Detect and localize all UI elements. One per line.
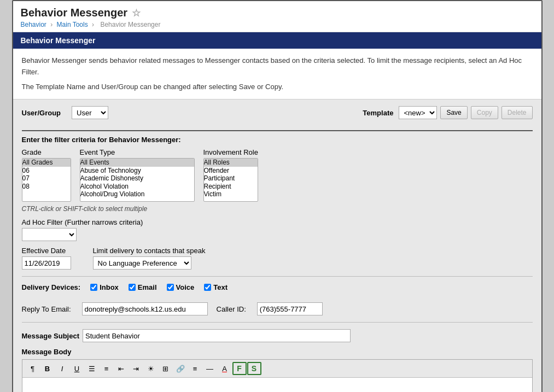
info-line1: Behavior Messenger sends behavior relate… bbox=[22, 55, 533, 78]
toolbar-hr-btn[interactable]: — bbox=[203, 362, 217, 375]
event-type-select[interactable]: All Events Abuse of Technology Academic … bbox=[80, 158, 195, 202]
editor-body-area[interactable] bbox=[22, 378, 532, 392]
toolbar-italic-btn[interactable]: I bbox=[55, 362, 69, 375]
toolbar-align-btn[interactable]: ≡ bbox=[188, 362, 202, 375]
toolbar-spellcheck-btn[interactable]: S bbox=[247, 362, 261, 375]
toolbar-indent-btn[interactable]: ⇥ bbox=[129, 362, 143, 375]
grade-select[interactable]: All Grades 06 07 08 bbox=[22, 158, 71, 202]
adhoc-filter-select[interactable] bbox=[22, 228, 77, 241]
text-checkbox[interactable] bbox=[204, 284, 211, 291]
template-select[interactable]: <new> bbox=[399, 106, 437, 119]
message-subject-row: Message Subject bbox=[22, 329, 533, 342]
editor-toolbar: ¶ B I U ☰ ≡ ⇤ ⇥ ☀ ⊞ 🔗 ≡ — A F S bbox=[22, 360, 532, 378]
involvement-role-select[interactable]: All Roles Offender Participant Recipient… bbox=[203, 158, 258, 202]
form-area: User/Group User Group Template <new> Sav… bbox=[13, 100, 541, 392]
caller-id-input[interactable] bbox=[257, 302, 323, 315]
message-subject-label: Message Subject bbox=[22, 332, 80, 340]
reply-caller-row: Reply To Email: Caller ID: bbox=[22, 302, 533, 323]
toolbar-font-color-btn[interactable]: A bbox=[218, 362, 232, 375]
effective-date-label: Effective Date bbox=[22, 247, 71, 255]
title-bar: Behavior Messenger ☆ Behavior › Main Too… bbox=[13, 1, 541, 32]
toolbar-link-btn[interactable]: 🔗 bbox=[173, 362, 188, 375]
adhoc-filter-label: Ad Hoc Filter (Further narrows criteria) bbox=[22, 218, 533, 226]
template-label: Template bbox=[363, 109, 393, 117]
toolbar-paragraph-btn[interactable]: ¶ bbox=[26, 362, 40, 375]
breadcrumb-behavior[interactable]: Behavior bbox=[21, 21, 46, 28]
user-group-label: User/Group bbox=[22, 109, 61, 117]
toolbar-outdent-btn[interactable]: ⇤ bbox=[114, 362, 129, 375]
language-col: Limit delivery to contacts that speak No… bbox=[93, 247, 206, 270]
user-template-row: User/Group User Group Template <new> Sav… bbox=[22, 106, 533, 125]
inbox-checkbox[interactable] bbox=[90, 284, 97, 291]
language-select[interactable]: No Language Preference English Spanish F… bbox=[93, 256, 191, 270]
grade-label: Grade bbox=[22, 148, 71, 156]
info-box: Behavior Messenger sends behavior relate… bbox=[13, 49, 541, 100]
breadcrumb-main-tools[interactable]: Main Tools bbox=[57, 21, 88, 28]
breadcrumb-current: Behavior Messenger bbox=[100, 21, 160, 28]
grade-col: Grade All Grades 06 07 08 bbox=[22, 148, 71, 202]
user-group-select[interactable]: User Group bbox=[72, 106, 108, 119]
delivery-devices-row: Delivery Devices: Inbox Email Voice Text bbox=[22, 283, 533, 297]
voice-checkbox[interactable] bbox=[167, 284, 174, 291]
involvement-role-col: Involvement Role All Roles Offender Part… bbox=[203, 148, 258, 202]
effective-date-col: Effective Date bbox=[22, 247, 71, 270]
criteria-columns: Grade All Grades 06 07 08 Event Type All… bbox=[22, 148, 533, 202]
delivery-devices-label: Delivery Devices: bbox=[22, 283, 81, 291]
divider1 bbox=[22, 130, 533, 131]
event-type-col: Event Type All Events Abuse of Technolog… bbox=[80, 148, 195, 202]
language-label: Limit delivery to contacts that speak bbox=[93, 247, 206, 255]
toolbar-underline-btn[interactable]: U bbox=[70, 362, 84, 375]
copy-button[interactable]: Copy bbox=[471, 106, 498, 119]
save-button[interactable]: Save bbox=[440, 106, 467, 119]
info-line2: The Template Name and User/Group can be … bbox=[22, 81, 533, 93]
message-subject-input[interactable] bbox=[83, 329, 351, 342]
toolbar-image-btn[interactable]: ☀ bbox=[144, 362, 158, 375]
toolbar-field-chooser-btn[interactable]: F bbox=[232, 362, 247, 375]
breadcrumb: Behavior › Main Tools › Behavior Messeng… bbox=[21, 21, 534, 28]
effective-date-input[interactable] bbox=[22, 256, 71, 270]
page-title: Behavior Messenger ☆ bbox=[21, 7, 534, 19]
toolbar-bold-btn[interactable]: B bbox=[40, 362, 55, 375]
adhoc-filter-row: Ad Hoc Filter (Further narrows criteria) bbox=[22, 218, 533, 241]
voice-checkbox-label: Voice bbox=[167, 283, 195, 291]
filter-criteria-label: Enter the filter criteria for Behavior M… bbox=[22, 136, 533, 144]
email-checkbox[interactable] bbox=[129, 284, 136, 291]
delete-button[interactable]: Delete bbox=[501, 106, 533, 119]
reply-email-input[interactable] bbox=[82, 302, 208, 315]
toolbar-ordered-list-btn[interactable]: ☰ bbox=[85, 362, 99, 375]
message-body-editor: ¶ B I U ☰ ≡ ⇤ ⇥ ☀ ⊞ 🔗 ≡ — A F S bbox=[22, 359, 533, 392]
involvement-role-label: Involvement Role bbox=[203, 148, 258, 156]
section-header: Behavior Messenger bbox=[13, 32, 541, 49]
message-body-label: Message Body bbox=[22, 348, 533, 356]
favorite-icon[interactable]: ☆ bbox=[132, 7, 141, 19]
date-lang-row: Effective Date Limit delivery to contact… bbox=[22, 247, 533, 277]
email-checkbox-label: Email bbox=[129, 283, 157, 291]
ctrl-hint: CTRL-click or SHIFT-click to select mult… bbox=[22, 205, 533, 213]
inbox-checkbox-label: Inbox bbox=[90, 283, 119, 291]
main-window: Behavior Messenger ☆ Behavior › Main Too… bbox=[12, 0, 543, 392]
event-type-label: Event Type bbox=[80, 148, 195, 156]
caller-id-label: Caller ID: bbox=[217, 305, 246, 313]
template-row: Template <new> Save Copy Delete bbox=[363, 106, 532, 119]
text-checkbox-label: Text bbox=[204, 283, 228, 291]
toolbar-table-btn[interactable]: ⊞ bbox=[159, 362, 173, 375]
toolbar-unordered-list-btn[interactable]: ≡ bbox=[100, 362, 114, 375]
reply-email-label: Reply To Email: bbox=[22, 305, 71, 313]
